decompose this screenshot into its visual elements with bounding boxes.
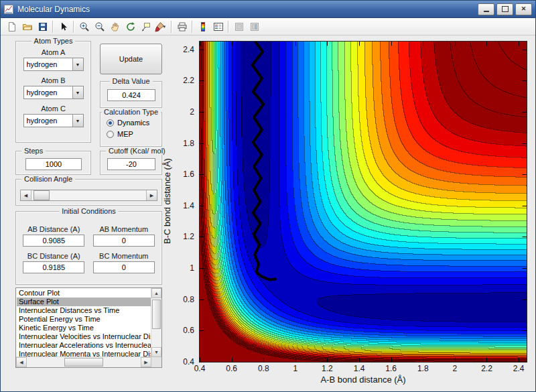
- plot-type-listbox[interactable]: Contour PlotSurface PlotInternuclear Dis…: [15, 287, 162, 368]
- toolbar-separator: [171, 21, 172, 33]
- brush-button[interactable]: ▾: [153, 19, 169, 34]
- group-title: Cutoff (Kcal/ mol): [106, 147, 168, 155]
- cutoff-input[interactable]: [107, 158, 155, 170]
- toolbar-separator: [73, 21, 74, 33]
- plot-axes[interactable]: [199, 41, 527, 363]
- app-window: Molecular Dynamics ✕ ▾ Atom Types Atom A…: [0, 0, 536, 392]
- radio-button-icon[interactable]: [107, 119, 114, 127]
- insert-legend-button[interactable]: [210, 19, 226, 34]
- atom-types-group: Atom Types Atom Ahydrogen▼Atom Bhydrogen…: [15, 41, 91, 143]
- initial-conditions-group: Initial Conditions AB Distance (A)AB Mom…: [15, 211, 162, 285]
- delta-value-input[interactable]: [107, 89, 155, 101]
- y-tick-label: 1.6: [183, 170, 194, 179]
- update-button[interactable]: Update: [100, 44, 162, 74]
- list-item[interactable]: Surface Plot: [17, 298, 151, 306]
- radio-dynamics[interactable]: Dynamics: [107, 119, 161, 127]
- list-item[interactable]: Internuclear Distances vs Time: [17, 306, 151, 315]
- list-item[interactable]: Kinetic Energy vs Time: [17, 324, 151, 332]
- y-tick-label: 0.4: [183, 357, 194, 367]
- save-button[interactable]: [35, 19, 50, 34]
- y-tick-label: 1.8: [183, 139, 194, 148]
- radio-button-icon[interactable]: [107, 131, 114, 138]
- slider-thumb[interactable]: [34, 190, 50, 200]
- data-cursor-button[interactable]: [138, 19, 153, 34]
- close-icon: ✕: [521, 6, 527, 12]
- rotate-3d-button[interactable]: [123, 19, 138, 34]
- new-figure-button[interactable]: [4, 19, 19, 34]
- colorbar-icon: [198, 21, 208, 32]
- radio-mep[interactable]: MEP: [107, 130, 161, 138]
- initial-conditions-fields: AB Distance (A)AB MomentumBC Distance (A…: [16, 212, 161, 273]
- group-title: Steps: [21, 147, 46, 155]
- scroll-right-arrow[interactable]: ▶: [141, 357, 151, 367]
- window-title: Molecular Dynamics: [17, 5, 476, 14]
- close-button[interactable]: ✕: [515, 3, 532, 15]
- title-bar[interactable]: Molecular Dynamics ✕: [1, 1, 535, 18]
- horizontal-scroll-track[interactable]: [27, 357, 141, 367]
- print-button[interactable]: [174, 19, 190, 34]
- minimize-button[interactable]: [478, 3, 494, 15]
- scroll-down-arrow[interactable]: ▼: [151, 347, 161, 357]
- horizontal-scrollbar[interactable]: ◀ ▶: [16, 356, 151, 367]
- list-item[interactable]: Potential Energy vs Time: [17, 315, 151, 324]
- horizontal-scroll-thumb[interactable]: [64, 358, 103, 367]
- zoom-out-button[interactable]: [92, 19, 107, 34]
- slider-track[interactable]: [31, 190, 146, 200]
- atom-a-dropdown[interactable]: hydrogen▼: [23, 58, 84, 71]
- steps-group: Steps: [15, 151, 91, 175]
- slider-left-arrow[interactable]: ◀: [21, 190, 31, 200]
- plottools-show-button[interactable]: [247, 19, 262, 34]
- vertical-scrollbar[interactable]: ▲ ▼: [151, 288, 161, 357]
- init-field-label: BC Momentum: [93, 252, 155, 260]
- group-title: Collision Angle: [21, 175, 75, 183]
- toolbar-separator: [228, 21, 229, 33]
- collision-angle-slider[interactable]: ◀ ▶: [20, 190, 157, 201]
- maximize-button[interactable]: [496, 3, 513, 15]
- chevron-down-icon[interactable]: ▼: [72, 115, 83, 127]
- x-tick-label: 1.8: [417, 364, 429, 373]
- collision-angle-group: Collision Angle ◀ ▶: [15, 179, 162, 206]
- list-item[interactable]: Contour Plot: [17, 289, 151, 298]
- plottools-hide-icon: [234, 21, 245, 32]
- calculation-type-group: Calculation Type Dynamics MEP: [100, 112, 162, 147]
- chevron-down-icon[interactable]: ▼: [72, 86, 83, 99]
- steps-input[interactable]: [25, 158, 82, 170]
- list-item[interactable]: Internuclear Accelerations vs Internucle…: [17, 341, 151, 350]
- rotate-icon: [125, 21, 136, 32]
- x-tick-label: 1.2: [322, 364, 333, 373]
- legend-icon: [213, 21, 224, 32]
- chevron-down-icon[interactable]: ▼: [72, 58, 83, 70]
- list-item[interactable]: Internuclear Velocities vs Internuclear …: [17, 332, 151, 341]
- x-axis-ticks: 0.40.60.811.21.41.61.822.22.4: [199, 364, 527, 373]
- y-tick-label: 0.6: [183, 326, 194, 335]
- scroll-up-arrow[interactable]: ▲: [151, 288, 161, 298]
- pan-button[interactable]: [107, 19, 123, 34]
- ab-distance-a-input[interactable]: [23, 235, 84, 247]
- ab-momentum-input[interactable]: [93, 235, 155, 247]
- pes-contour-canvas[interactable]: [200, 42, 527, 362]
- pointer-button[interactable]: [56, 19, 71, 34]
- atom-c-dropdown[interactable]: hydrogen▼: [23, 114, 84, 127]
- open-file-button[interactable]: [19, 19, 35, 34]
- y-tick-label: 1: [190, 263, 194, 273]
- cutoff-group: Cutoff (Kcal/ mol): [100, 151, 162, 175]
- x-tick-label: 2.4: [513, 364, 525, 373]
- list-item[interactable]: Internuclear Momenta vs Internuclear Dis…: [17, 350, 151, 356]
- y-tick-label: 1.2: [183, 232, 194, 241]
- plottools-hide-button[interactable]: [231, 19, 247, 34]
- insert-colorbar-button[interactable]: [195, 19, 210, 34]
- vertical-scroll-thumb[interactable]: [152, 300, 161, 329]
- x-tick-label: 1.4: [354, 364, 365, 373]
- atom-b-dropdown[interactable]: hydrogen▼: [23, 86, 84, 99]
- group-title: Calculation Type: [101, 108, 161, 116]
- scroll-left-arrow[interactable]: ◀: [16, 357, 27, 367]
- brush-dropdown-icon[interactable]: ▾: [163, 24, 169, 29]
- plot-type-list: Contour PlotSurface PlotInternuclear Dis…: [17, 289, 151, 356]
- bc-distance-a-input[interactable]: [23, 261, 84, 273]
- init-field-label: BC Distance (A): [23, 252, 85, 260]
- bc-momentum-input[interactable]: [93, 261, 155, 273]
- new-document-icon: [7, 21, 17, 32]
- slider-right-arrow[interactable]: ▶: [146, 190, 157, 200]
- y-tick-label: 2: [190, 107, 194, 117]
- zoom-in-button[interactable]: [76, 19, 92, 34]
